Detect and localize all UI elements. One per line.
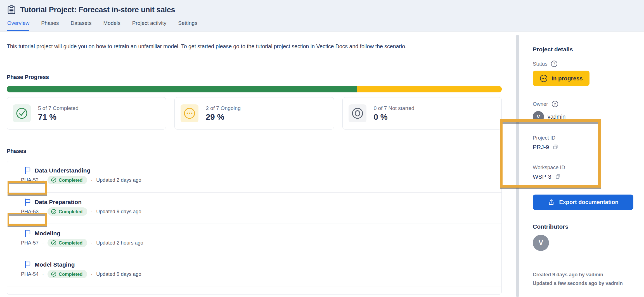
project-details-heading: Project details	[533, 46, 638, 53]
phases-list: Data Understanding PHA-52 · Completed · …	[7, 161, 502, 295]
phase-row-modeling[interactable]: Modeling PHA-57 · Completed · Updated 2 …	[7, 224, 501, 255]
flag-icon	[24, 230, 31, 237]
phase-name[interactable]: Modeling	[35, 230, 60, 237]
owner-name: vadmin	[548, 114, 565, 120]
workspace-id-label-text: Workspace ID	[533, 164, 565, 171]
status-pill-completed: Completed	[48, 176, 87, 184]
not-started-icon-tile	[349, 104, 366, 122]
status-badge[interactable]: In progress	[533, 71, 589, 86]
project-id-row: PRJ-9	[533, 143, 638, 150]
ongoing-icon-tile	[181, 104, 198, 122]
stat-text: 5 of 7 Completed 71 %	[38, 105, 79, 122]
in-progress-icon	[539, 74, 548, 83]
pill-label: Completed	[59, 240, 82, 246]
contributor-avatar: V	[533, 235, 549, 251]
stat-value: 71 %	[38, 112, 79, 122]
phase-id: PHA-54	[21, 271, 39, 277]
project-description: This tutorial project will guide you on …	[7, 42, 499, 51]
stat-text: 2 of 7 Ongoing 29 %	[206, 105, 241, 122]
owner-field-label: Owner ?	[533, 100, 638, 107]
stat-card-not-started: 0 of 7 Not started 0 %	[342, 97, 502, 130]
owner-row: V vadmin	[533, 111, 638, 122]
phase-updated: Updated 9 days ago	[96, 209, 141, 215]
dot-separator: ·	[91, 271, 93, 277]
contributors-heading: Contributors	[533, 223, 638, 230]
svg-text:?: ?	[554, 102, 556, 106]
progress-segment-completed	[7, 86, 357, 92]
project-id-label: Project ID	[533, 135, 638, 141]
status-field-label: Status ?	[533, 60, 638, 67]
phase-meta: PHA-52 · Completed · Updated 2 days ago	[21, 176, 501, 184]
pill-check-icon	[51, 177, 56, 183]
flag-icon	[24, 261, 31, 268]
status-pill-completed: Completed	[48, 207, 87, 216]
pill-label: Completed	[59, 178, 82, 183]
phase-name[interactable]: Model Staging	[35, 261, 75, 268]
pill-check-icon	[51, 240, 56, 246]
dot-separator: ·	[42, 209, 44, 215]
phase-updated: Updated 2 days ago	[96, 177, 141, 183]
page-title: Tutorial Project: Forecast in-store unit…	[20, 6, 175, 14]
phase-meta: PHA-54 · Completed · Updated 9 days ago	[21, 270, 501, 278]
tab-datasets[interactable]: Datasets	[71, 20, 92, 31]
stat-card-ongoing: 2 of 7 Ongoing 29 %	[174, 97, 334, 130]
phase-row-data-understanding[interactable]: Data Understanding PHA-52 · Completed · …	[7, 161, 501, 192]
help-icon[interactable]: ?	[551, 60, 558, 67]
export-button-label: Export documentation	[559, 199, 618, 205]
pill-check-icon	[51, 209, 56, 214]
ellipsis-circle-icon	[183, 107, 196, 120]
copy-icon[interactable]	[552, 143, 559, 150]
stat-label: 0 of 7 Not started	[374, 105, 415, 111]
workspace-id-label: Workspace ID	[533, 164, 638, 171]
stat-text: 0 of 7 Not started 0 %	[374, 105, 415, 122]
flag-icon	[24, 198, 31, 206]
main-content: This tutorial project will guide you on …	[0, 32, 516, 297]
tab-phases[interactable]: Phases	[41, 20, 59, 31]
owner-label-text: Owner	[533, 101, 548, 107]
phase-row-model-staging[interactable]: Model Staging PHA-54 · Completed · Updat…	[7, 255, 501, 286]
title-row: Tutorial Project: Forecast in-store unit…	[7, 5, 637, 15]
dot-separator: ·	[42, 240, 44, 246]
phase-id: PHA-52	[21, 177, 39, 183]
top-bar: Tutorial Project: Forecast in-store unit…	[0, 0, 644, 32]
stat-value: 0 %	[374, 112, 415, 122]
phase-progress-heading: Phase Progress	[7, 74, 509, 80]
phase-row-data-preparation[interactable]: Data Preparation PHA-53 · Completed · Up…	[7, 192, 501, 224]
svg-text:?: ?	[553, 62, 556, 66]
stat-value: 29 %	[206, 112, 241, 122]
phase-updated: Updated 9 days ago	[96, 271, 141, 277]
tab-overview[interactable]: Overview	[7, 20, 29, 31]
contributors-row: V	[533, 235, 638, 251]
dot-separator: ·	[91, 240, 93, 246]
export-documentation-button[interactable]: Export documentation	[533, 195, 633, 210]
status-label-text: Status	[533, 61, 547, 67]
flag-icon	[24, 167, 31, 174]
next-phase-row-partial	[7, 286, 501, 290]
completed-icon-tile	[13, 104, 31, 122]
pill-label: Completed	[59, 272, 82, 277]
dot-separator: ·	[42, 177, 44, 183]
tab-project-activity[interactable]: Project activity	[132, 20, 166, 31]
help-icon[interactable]: ?	[551, 100, 558, 107]
progress-segment-ongoing	[357, 86, 502, 92]
phase-id: PHA-53	[21, 209, 39, 215]
phase-name[interactable]: Data Preparation	[35, 199, 82, 205]
dot-separator: ·	[91, 209, 93, 215]
phase-id: PHA-57	[21, 240, 39, 246]
tab-models[interactable]: Models	[103, 20, 120, 31]
project-id-value: PRJ-9	[533, 144, 549, 150]
phase-progress-bar	[7, 86, 502, 92]
stat-label: 5 of 7 Completed	[38, 105, 79, 111]
workspace-id-value: WSP-3	[533, 173, 551, 180]
pill-check-icon	[51, 271, 56, 277]
phase-meta: PHA-57 · Completed · Updated 2 hours ago	[21, 239, 501, 247]
dot-separator: ·	[42, 271, 44, 277]
status-pill-completed: Completed	[48, 270, 87, 278]
tab-settings[interactable]: Settings	[178, 20, 197, 31]
phase-updated: Updated 2 hours ago	[96, 240, 143, 246]
stat-card-completed: 5 of 7 Completed 71 %	[7, 97, 166, 130]
phase-name[interactable]: Data Understanding	[35, 167, 91, 174]
panel-resize-handle[interactable]	[516, 35, 519, 297]
copy-icon[interactable]	[555, 173, 562, 180]
project-id-label-text: Project ID	[533, 135, 555, 141]
